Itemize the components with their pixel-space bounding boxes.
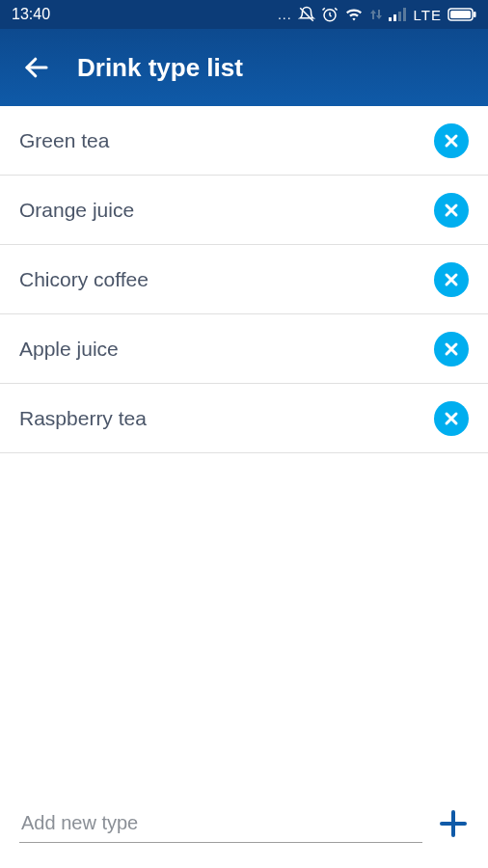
list-item-label: Orange juice bbox=[19, 199, 434, 222]
delete-button[interactable] bbox=[434, 193, 469, 228]
ellipsis-icon: ... bbox=[278, 7, 292, 22]
close-icon bbox=[444, 341, 459, 357]
back-arrow-icon bbox=[22, 53, 51, 82]
svg-rect-3 bbox=[393, 14, 396, 21]
delete-button[interactable] bbox=[434, 123, 469, 158]
list-item[interactable]: Green tea bbox=[0, 106, 488, 176]
add-type-input[interactable] bbox=[19, 804, 422, 843]
close-icon bbox=[444, 411, 459, 426]
delete-button[interactable] bbox=[434, 332, 469, 366]
list-item[interactable]: Orange juice bbox=[0, 176, 488, 245]
close-icon bbox=[444, 203, 459, 218]
alarm-icon bbox=[321, 6, 339, 23]
status-bar: 13:40 ... LTE bbox=[0, 0, 488, 29]
signal-icon bbox=[389, 8, 406, 21]
close-icon bbox=[444, 272, 459, 287]
list-item-label: Chicory coffee bbox=[19, 268, 434, 291]
battery-icon bbox=[447, 8, 476, 21]
list-item-label: Apple juice bbox=[19, 338, 434, 361]
page-title: Drink type list bbox=[77, 53, 243, 83]
svg-rect-8 bbox=[474, 12, 476, 17]
list-item[interactable]: Apple juice bbox=[0, 314, 488, 384]
svg-rect-4 bbox=[398, 12, 401, 21]
plus-icon bbox=[438, 808, 469, 839]
svg-rect-5 bbox=[403, 8, 406, 21]
list-item-label: Green tea bbox=[19, 129, 434, 152]
drink-type-list: Green tea Orange juice Chicory coffee Ap… bbox=[0, 106, 488, 453]
svg-rect-2 bbox=[389, 17, 392, 21]
close-icon bbox=[444, 133, 459, 149]
list-item-label: Raspberry tea bbox=[19, 407, 434, 430]
svg-rect-7 bbox=[450, 11, 471, 18]
network-label: LTE bbox=[414, 7, 442, 23]
delete-button[interactable] bbox=[434, 262, 469, 297]
list-item[interactable]: Chicory coffee bbox=[0, 245, 488, 314]
wifi-icon bbox=[344, 7, 364, 22]
status-icons: ... LTE bbox=[278, 6, 476, 23]
delete-button[interactable] bbox=[434, 401, 469, 436]
status-time: 13:40 bbox=[12, 6, 50, 23]
list-item[interactable]: Raspberry tea bbox=[0, 384, 488, 453]
app-bar: Drink type list bbox=[0, 29, 488, 106]
data-transfer-icon bbox=[369, 7, 383, 22]
back-button[interactable] bbox=[15, 46, 58, 89]
notification-mute-icon bbox=[298, 6, 315, 23]
add-type-footer bbox=[19, 804, 473, 843]
add-button[interactable] bbox=[434, 804, 473, 843]
